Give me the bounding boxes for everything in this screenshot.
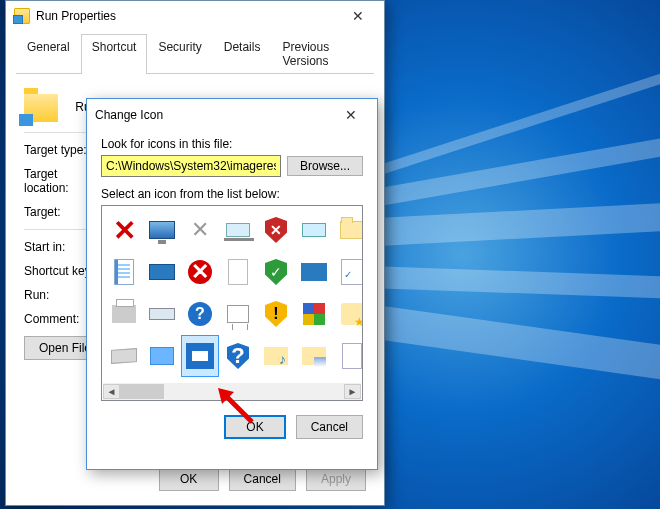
tab-previous-versions[interactable]: Previous Versions — [271, 34, 374, 74]
projector-board-icon — [223, 299, 253, 329]
properties-ok-button[interactable]: OK — [159, 467, 219, 491]
icon-option-circle-red-x[interactable]: ✕ — [182, 252, 218, 292]
circle-red-x-icon: ✕ — [185, 257, 215, 287]
shield-blue-question-icon: ? — [223, 341, 253, 371]
list-document-icon — [337, 341, 363, 371]
blocks-icon — [299, 299, 329, 329]
icon-option-rect-blue[interactable] — [296, 252, 332, 292]
star-person-icon — [337, 299, 363, 329]
tab-shortcut[interactable]: Shortcut — [81, 34, 148, 74]
dialog-close-icon[interactable]: ✕ — [331, 101, 371, 129]
shield-green-check-icon: ✓ — [261, 257, 291, 287]
image-folder-icon — [299, 341, 329, 371]
red-x-icon: ✕ — [109, 215, 139, 245]
icon-option-monitor[interactable] — [144, 210, 180, 250]
gray-x-icon: ✕ — [185, 215, 215, 245]
icon-option-drive[interactable] — [106, 336, 142, 376]
dialog-cancel-button[interactable]: Cancel — [296, 415, 363, 439]
laptop-green-icon — [299, 215, 329, 245]
folder-icon — [337, 215, 363, 245]
icon-path-input[interactable] — [101, 155, 281, 177]
select-icon-label: Select an icon from the list below: — [101, 187, 363, 201]
icon-option-page[interactable] — [220, 252, 256, 292]
icon-option-shield-green-check[interactable]: ✓ — [258, 252, 294, 292]
tab-general[interactable]: General — [16, 34, 81, 74]
drive-icon — [109, 341, 139, 371]
icon-option-scanner[interactable] — [144, 294, 180, 334]
music-folder-icon — [261, 341, 291, 371]
icon-option-star-person[interactable] — [334, 294, 363, 334]
icon-option-image-folder[interactable] — [296, 336, 332, 376]
icon-option-red-x[interactable]: ✕ — [106, 210, 142, 250]
icon-option-laptop[interactable] — [220, 210, 256, 250]
properties-cancel-button[interactable]: Cancel — [229, 467, 296, 491]
properties-footer: OK Cancel Apply — [159, 467, 366, 491]
shield-yellow-exclaim-icon: ! — [261, 299, 291, 329]
icon-list[interactable]: ✕✕✕✕✓?!? ◄ ► — [101, 205, 363, 401]
tab-details[interactable]: Details — [213, 34, 272, 74]
rect-blue-icon — [299, 257, 329, 287]
icon-list-scrollbar[interactable]: ◄ ► — [103, 383, 361, 400]
icon-option-gray-x[interactable]: ✕ — [182, 210, 218, 250]
scroll-left-icon[interactable]: ◄ — [103, 384, 120, 399]
window-blue-icon — [185, 341, 215, 371]
close-icon[interactable]: ✕ — [338, 2, 378, 30]
folder-shortcut-icon — [14, 8, 30, 24]
icon-option-shield-yellow-exclaim[interactable]: ! — [258, 294, 294, 334]
dialog-titlebar[interactable]: Change Icon ✕ — [87, 99, 377, 131]
icon-option-folder[interactable] — [334, 210, 363, 250]
icon-option-blocks[interactable] — [296, 294, 332, 334]
checklist-icon — [337, 257, 363, 287]
page-icon — [223, 257, 253, 287]
icon-option-shield-red-x[interactable]: ✕ — [258, 210, 294, 250]
scrollbar-thumb[interactable] — [120, 384, 164, 399]
properties-title: Run Properties — [36, 9, 338, 23]
shortcut-large-icon — [24, 94, 58, 122]
properties-apply-button[interactable]: Apply — [306, 467, 366, 491]
icon-option-laptop-green[interactable] — [296, 210, 332, 250]
icon-option-circle-blue-question[interactable]: ? — [182, 294, 218, 334]
icon-option-printer[interactable] — [106, 294, 142, 334]
icon-option-list-document[interactable] — [334, 336, 363, 376]
icon-option-folder-blue[interactable] — [144, 336, 180, 376]
monitor-icon — [147, 215, 177, 245]
icon-option-document-blue[interactable] — [106, 252, 142, 292]
icon-option-music-folder[interactable] — [258, 336, 294, 376]
laptop-icon — [223, 215, 253, 245]
scanner-icon — [147, 299, 177, 329]
tablet-icon — [147, 257, 177, 287]
folder-blue-icon — [147, 341, 177, 371]
look-for-label: Look for icons in this file: — [101, 137, 363, 151]
dialog-ok-button[interactable]: OK — [224, 415, 285, 439]
browse-button[interactable]: Browse... — [287, 156, 363, 176]
change-icon-dialog: Change Icon ✕ Look for icons in this fil… — [86, 98, 378, 470]
icon-option-tablet[interactable] — [144, 252, 180, 292]
properties-titlebar[interactable]: Run Properties ✕ — [6, 1, 384, 31]
tab-security[interactable]: Security — [147, 34, 212, 74]
shield-red-x-icon: ✕ — [261, 215, 291, 245]
document-blue-icon — [109, 257, 139, 287]
icon-option-checklist[interactable] — [334, 252, 363, 292]
scroll-right-icon[interactable]: ► — [344, 384, 361, 399]
icon-option-shield-blue-question[interactable]: ? — [220, 336, 256, 376]
icon-option-projector-board[interactable] — [220, 294, 256, 334]
properties-tabs: General Shortcut Security Details Previo… — [16, 33, 374, 74]
dialog-title: Change Icon — [95, 108, 331, 122]
circle-blue-question-icon: ? — [185, 299, 215, 329]
printer-icon — [109, 299, 139, 329]
icon-option-window-blue[interactable] — [182, 336, 218, 376]
